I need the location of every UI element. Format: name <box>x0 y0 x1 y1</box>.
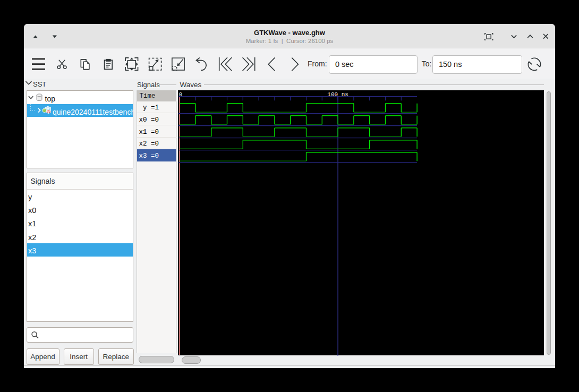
svg-text:0: 0 <box>179 91 183 97</box>
svg-text:100 ns: 100 ns <box>328 91 349 97</box>
